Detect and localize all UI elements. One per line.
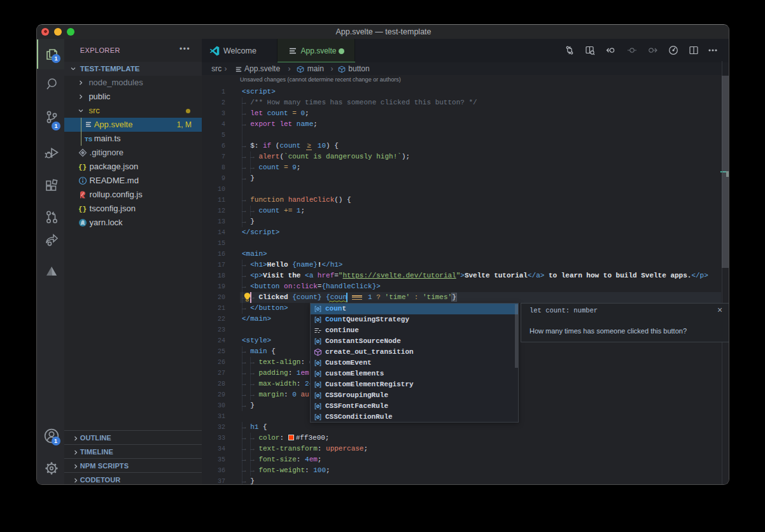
svg-text:TS: TS xyxy=(85,136,92,143)
svg-text:{}: {} xyxy=(78,164,87,171)
svg-text:{}: {} xyxy=(78,206,87,213)
